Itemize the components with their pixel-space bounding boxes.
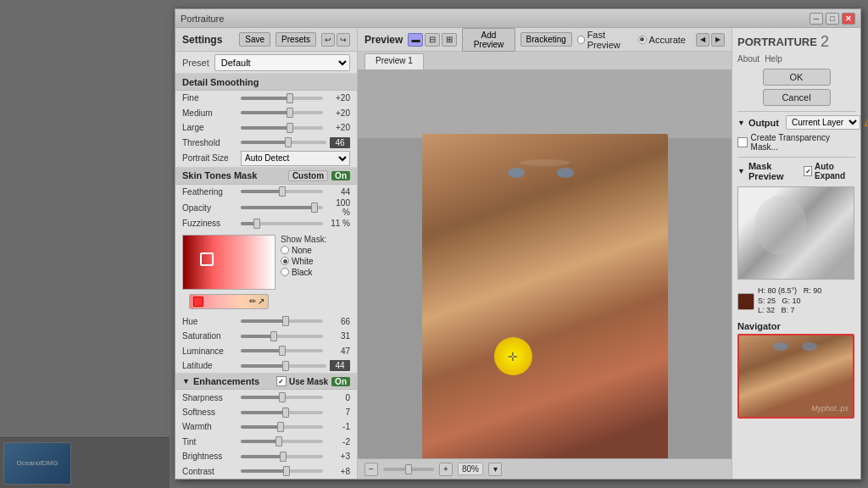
sharpness-label: Sharpness (182, 393, 237, 402)
large-row: Large +20 (175, 120, 357, 135)
hue-value: 66 (326, 317, 350, 326)
zoom-in-button[interactable]: + (439, 463, 453, 476)
latitude-value: 44 (330, 360, 350, 371)
color-gradient[interactable] (182, 235, 275, 290)
accurate-label: Accurate (649, 35, 686, 45)
fine-track (241, 97, 323, 100)
navigator-title: Navigator (737, 321, 855, 331)
left-panel: Settings Save Presets ↩ ↪ Preset Default… (175, 28, 358, 479)
opacity-row: Opacity 100 % (175, 199, 357, 216)
luminance-label: Luminance (182, 347, 237, 356)
large-track (241, 126, 323, 130)
contrast-row: Contrast +8 (175, 464, 357, 479)
taskbar-item[interactable]: OceanofDMG (3, 442, 71, 485)
portrait-size-select[interactable]: Auto Detect (241, 151, 350, 166)
undo-icon[interactable]: ↩ (321, 33, 335, 47)
output-collapse[interactable]: ▼ (737, 119, 745, 127)
l-value: L: 32 (758, 306, 775, 314)
color-strip[interactable]: ✏ ↗ (189, 294, 269, 309)
redo-icon[interactable]: ↪ (337, 33, 350, 47)
skin-tones-on-badge[interactable]: On (331, 171, 350, 180)
fine-value: +20 (326, 93, 350, 103)
portraiture-header: PORTRAITURE 2 (737, 33, 855, 51)
maximize-button[interactable]: □ (826, 13, 839, 25)
preview-image-area[interactable]: ✛ (358, 70, 732, 458)
prev-arrow[interactable]: ◀ (696, 33, 709, 47)
brightness-value: +3 (326, 452, 350, 461)
yellow-circle: ✛ (494, 337, 532, 375)
custom-badge: Custom (288, 170, 328, 181)
auto-expand-label: ✓ Auto Expand (804, 162, 855, 180)
mask-preview-collapse[interactable]: ▼ (737, 167, 745, 175)
medium-value: +20 (326, 108, 350, 118)
auto-expand-checkbox[interactable]: ✓ (804, 166, 812, 176)
accurate-radio[interactable]: Accurate (638, 35, 686, 45)
presets-button[interactable]: Presets (275, 32, 316, 47)
preset-select[interactable]: Default (214, 54, 350, 71)
luminance-value: 47 (326, 347, 350, 356)
saturation-row: Saturation 31 (175, 329, 357, 343)
fine-row: Fine +20 (175, 91, 357, 105)
portrait-size-row: Portrait Size Auto Detect (175, 150, 357, 167)
white-label: White (292, 257, 314, 266)
zoom-dropdown-button[interactable]: ▾ (488, 463, 502, 476)
enhancements-header: ▼ Enhancements ✓ Use Mask On (175, 373, 357, 390)
navigator-preview[interactable]: Myphot..ps (737, 334, 854, 419)
about-menu-item[interactable]: About (737, 54, 760, 64)
skin-tones-header: Skin Tones Mask Custom On (175, 167, 357, 185)
ok-button[interactable]: OK (763, 69, 831, 86)
opacity-label: Opacity (182, 203, 237, 213)
warmth-row: Warmth -1 (175, 419, 357, 434)
mask-preview-area (737, 186, 854, 280)
save-button[interactable]: Save (239, 32, 270, 47)
help-menu-item[interactable]: Help (765, 54, 782, 64)
pointer-icon[interactable]: ↗ (258, 297, 264, 306)
white-radio-dot (281, 257, 289, 265)
zoom-out-button[interactable]: − (364, 463, 378, 476)
fast-preview-radio[interactable]: Fast Preview (577, 30, 633, 50)
enhancements-on-badge[interactable]: On (331, 377, 350, 386)
next-arrow[interactable]: ▶ (711, 33, 725, 47)
white-radio[interactable]: White (281, 257, 326, 266)
preview-toolbar: Preview ▬ ⊟ ⊞ Add Preview Bracketing Fas… (358, 28, 732, 52)
black-radio[interactable]: Black (281, 268, 326, 277)
use-mask-checkbox[interactable]: ✓ (276, 376, 287, 386)
middle-panel: Preview ▬ ⊟ ⊞ Add Preview Bracketing Fas… (358, 28, 732, 479)
zoom-slider[interactable] (383, 468, 434, 471)
zoom-value: 80% (458, 463, 483, 475)
zoom-thumb (405, 464, 412, 474)
eyedropper-icon[interactable]: ✏ (249, 297, 256, 306)
fine-label: Fine (182, 93, 237, 103)
minimize-button[interactable]: ─ (810, 13, 823, 25)
close-button[interactable]: ✕ (842, 13, 855, 25)
split-view-btn[interactable]: ⊟ (425, 33, 440, 47)
warmth-value: -1 (326, 422, 350, 431)
contrast-label: Contrast (182, 467, 237, 476)
tint-row: Tint -2 (175, 435, 357, 449)
softness-value: 7 (326, 408, 350, 417)
preview-tab-1[interactable]: Preview 1 (364, 53, 424, 69)
softness-row: Softness 7 (175, 405, 357, 419)
brightness-label: Brightness (182, 452, 237, 461)
title-bar-buttons: ─ □ ✕ (810, 13, 855, 25)
black-radio-dot (281, 268, 289, 276)
enhancements-collapse[interactable]: ▼ (182, 377, 190, 385)
output-select[interactable]: Current Layer (786, 115, 860, 130)
warmth-label: Warmth (182, 422, 237, 431)
single-view-btn[interactable]: ▬ (408, 33, 423, 47)
softness-label: Softness (182, 408, 237, 417)
portraiture-title: PORTRAITURE 2 (737, 33, 829, 51)
large-value: +20 (326, 123, 350, 132)
add-preview-button[interactable]: Add Preview (462, 28, 515, 52)
bracketing-button[interactable]: Bracketing (520, 32, 572, 47)
right-panel: PORTRAITURE 2 About Help OK Cancel ▼ Out… (732, 28, 860, 479)
none-radio[interactable]: None (281, 246, 326, 255)
color-picker-area: ✏ ↗ Show Mask: None White (182, 235, 350, 311)
preset-row: Preset Default (175, 52, 357, 74)
feathering-value: 44 (326, 187, 350, 197)
cancel-button[interactable]: Cancel (763, 89, 831, 106)
accurate-dot (638, 36, 647, 44)
crosshair-icon: ✛ (508, 350, 518, 363)
transparency-checkbox[interactable] (737, 137, 748, 147)
grid-view-btn[interactable]: ⊞ (442, 33, 457, 47)
